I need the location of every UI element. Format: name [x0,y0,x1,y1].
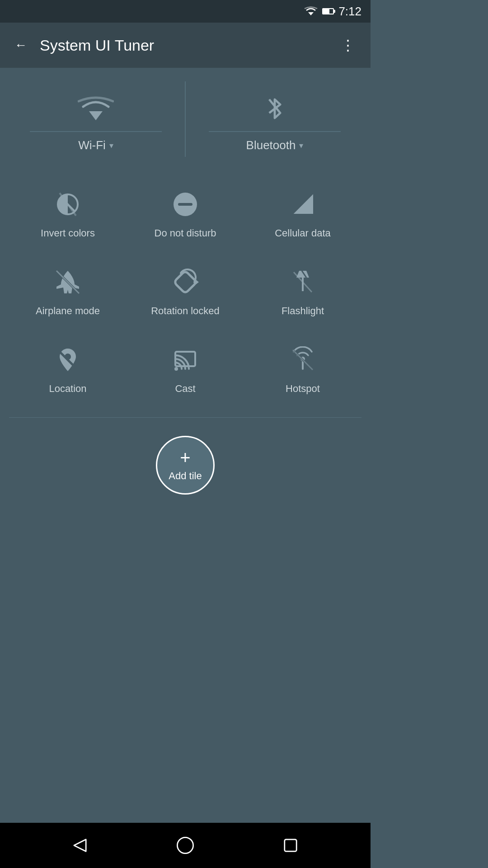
wifi-dropdown-arrow: ▾ [109,141,113,151]
add-tile-plus-icon: + [180,448,190,467]
invert-colors-icon [52,189,84,220]
hotspot-label: Hotspot [286,383,320,395]
location-label: Location [49,383,86,395]
rotation-locked-icon [169,266,201,298]
add-tile-button[interactable]: + Add tile [147,427,224,504]
cellular-data-icon [287,189,319,220]
svg-rect-24 [285,840,296,851]
tile-flashlight[interactable]: Flashlight [244,253,361,330]
overflow-menu-button[interactable]: ⋮ [337,33,360,57]
status-time: 7:12 [338,5,361,19]
cellular-data-label: Cellular data [275,227,331,239]
svg-marker-0 [308,12,314,15]
svg-point-18 [174,367,178,371]
flashlight-icon [287,266,319,298]
app-bar: ← System UI Tuner ⋮ [0,23,371,68]
svg-marker-1 [89,111,103,120]
tile-hotspot[interactable]: Hotspot [244,330,361,408]
status-icons: 7:12 [304,5,361,19]
tile-cast[interactable]: Cast [127,330,244,408]
tile-do-not-disturb[interactable]: Do not disturb [127,175,244,253]
recent-nav-button[interactable] [281,835,300,855]
do-not-disturb-icon [169,189,201,220]
airplane-mode-icon [52,266,84,298]
tile-wifi[interactable]: Wi-Fi ▾ [9,81,183,157]
tile-rotation-locked[interactable]: Rotation locked [127,253,244,330]
section-divider [9,417,361,418]
wifi-status-icon [304,6,318,16]
main-content: Wi-Fi ▾ Bluetooth ▾ [0,68,371,823]
cast-label: Cast [175,383,195,395]
svg-rect-6 [178,203,192,206]
bluetooth-label: Bluetooth ▾ [246,138,304,152]
tile-cellular-data[interactable]: Cellular data [244,175,361,253]
status-bar: 7:12 [0,0,371,23]
back-nav-button[interactable] [70,835,90,855]
tile-airplane-mode[interactable]: Airplane mode [9,253,127,330]
svg-rect-11 [174,271,197,294]
bluetooth-icon [263,90,286,127]
rotation-locked-label: Rotation locked [151,305,220,317]
svg-marker-12 [194,278,199,286]
airplane-mode-label: Airplane mode [36,305,100,317]
tiles-grid: Invert colors Do not disturb Cellular da… [9,175,361,408]
cast-icon [169,344,201,376]
top-tiles-row: Wi-Fi ▾ Bluetooth ▾ [9,81,361,157]
wifi-icon [78,90,114,127]
do-not-disturb-label: Do not disturb [155,227,216,239]
svg-point-23 [177,837,193,853]
flashlight-label: Flashlight [282,305,324,317]
svg-marker-22 [74,840,85,851]
hotspot-icon [287,344,319,376]
location-icon [52,344,84,376]
tile-location[interactable]: Location [9,330,127,408]
battery-status-icon [322,8,334,14]
home-nav-button[interactable] [175,835,195,855]
wifi-label: Wi-Fi ▾ [78,138,113,152]
bluetooth-dropdown-arrow: ▾ [299,141,303,151]
tile-invert-colors[interactable]: Invert colors [9,175,127,253]
nav-bar [0,823,371,868]
tile-bluetooth[interactable]: Bluetooth ▾ [188,81,361,157]
add-tile-label: Add tile [169,470,202,482]
page-title: System UI Tuner [40,37,328,54]
back-button[interactable]: ← [11,34,31,56]
invert-colors-label: Invert colors [41,227,95,239]
add-tile-circle: + Add tile [156,436,215,495]
